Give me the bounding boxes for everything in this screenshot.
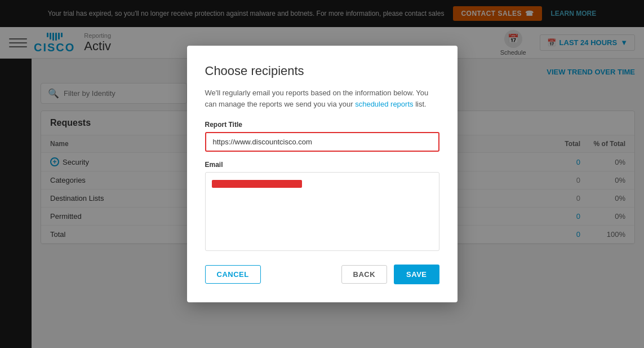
email-label: Email [205, 161, 439, 169]
report-title-field-group: Report Title [205, 121, 439, 152]
modal-description: We'll regularly email you reports based … [205, 87, 439, 109]
choose-recipients-modal: Choose recipients We'll regularly email … [187, 46, 458, 302]
redaction-bar [212, 180, 302, 188]
report-title-label: Report Title [205, 121, 439, 129]
email-field-group: Email [205, 161, 439, 253]
modal-title: Choose recipients [205, 64, 439, 78]
cancel-button[interactable]: CANCEL [205, 265, 261, 284]
modal-actions: CANCEL BACK SAVE [205, 265, 439, 284]
report-title-input[interactable] [205, 132, 439, 152]
scheduled-reports-link[interactable]: scheduled reports [355, 100, 413, 108]
email-wrapper [205, 172, 439, 253]
back-button[interactable]: BACK [341, 265, 388, 284]
save-button[interactable]: SAVE [394, 265, 439, 284]
modal-overlay: Choose recipients We'll regularly email … [0, 0, 644, 348]
